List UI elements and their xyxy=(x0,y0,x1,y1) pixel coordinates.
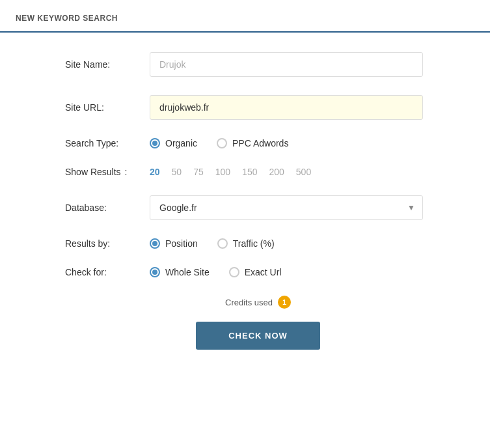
show-results-row: Show Results : 20 50 75 100 150 200 500 xyxy=(65,167,451,177)
site-url-control xyxy=(150,95,423,120)
check-now-wrap: CHECK NOW xyxy=(65,322,451,350)
search-type-organic[interactable]: Organic xyxy=(150,138,197,148)
database-select[interactable]: Google.fr Google.com Google.co.uk xyxy=(150,195,423,220)
check-for-label: Check for: xyxy=(65,267,150,277)
database-row: Database: Google.fr Google.com Google.co… xyxy=(65,195,451,220)
search-type-organic-label: Organic xyxy=(165,138,197,148)
check-for-radio-group: Whole Site Exact Url xyxy=(150,267,423,277)
check-for-row: Check for: Whole Site Exact Url xyxy=(65,267,451,277)
search-type-ppc-label: PPC Adwords xyxy=(232,138,288,148)
search-type-radio-group: Organic PPC Adwords xyxy=(150,138,423,148)
results-by-label: Results by: xyxy=(65,238,150,249)
check-for-whole-site-label: Whole Site xyxy=(165,267,210,277)
search-type-row: Search Type: Organic PPC Adwords xyxy=(65,138,451,148)
site-name-row: Site Name: xyxy=(65,52,451,77)
site-name-label: Site Name: xyxy=(65,59,150,70)
page-header: NEW KEYWORD SEARCH xyxy=(0,0,490,33)
search-type-ppc[interactable]: PPC Adwords xyxy=(217,138,288,148)
results-by-traffic[interactable]: Traffic (%) xyxy=(217,238,275,249)
site-name-input[interactable] xyxy=(150,52,423,77)
database-control: Google.fr Google.com Google.co.uk ▼ xyxy=(150,195,423,220)
results-by-row: Results by: Position Traffic (%) xyxy=(65,238,451,249)
check-for-exact-url-radio[interactable] xyxy=(229,267,239,277)
form-container: Site Name: Site URL: Search Type: Organi… xyxy=(0,33,490,369)
result-num-100[interactable]: 100 xyxy=(215,167,230,177)
results-by-control: Position Traffic (%) xyxy=(150,238,423,249)
search-type-control: Organic PPC Adwords xyxy=(150,138,423,148)
site-name-control xyxy=(150,52,423,77)
results-by-position[interactable]: Position xyxy=(150,238,198,249)
result-num-200[interactable]: 200 xyxy=(269,167,284,177)
result-num-50[interactable]: 50 xyxy=(172,167,182,177)
results-by-traffic-radio[interactable] xyxy=(217,238,228,249)
check-for-exact-url-label: Exact Url xyxy=(245,267,282,277)
search-type-label: Search Type: xyxy=(65,138,150,148)
results-by-position-radio[interactable] xyxy=(150,238,160,249)
search-type-ppc-radio[interactable] xyxy=(217,138,227,148)
result-num-150[interactable]: 150 xyxy=(242,167,257,177)
show-results-label-wrap: Show Results : xyxy=(65,167,150,177)
check-for-whole-site-radio[interactable] xyxy=(150,267,160,277)
show-results-label: Show Results xyxy=(65,167,121,177)
database-select-wrapper: Google.fr Google.com Google.co.uk ▼ xyxy=(150,195,423,220)
result-num-500[interactable]: 500 xyxy=(296,167,311,177)
show-results-colon: : xyxy=(125,167,128,177)
credits-row: Credits used 1 xyxy=(65,296,451,309)
result-num-75[interactable]: 75 xyxy=(193,167,204,177)
results-by-position-label: Position xyxy=(165,238,198,249)
site-url-input[interactable] xyxy=(150,95,423,120)
check-for-whole-site[interactable]: Whole Site xyxy=(150,267,210,277)
result-num-20[interactable]: 20 xyxy=(150,167,160,177)
site-url-label: Site URL: xyxy=(65,102,150,113)
check-now-button[interactable]: CHECK NOW xyxy=(196,322,320,350)
site-url-row: Site URL: xyxy=(65,95,451,120)
check-for-control: Whole Site Exact Url xyxy=(150,267,423,277)
credits-label: Credits used xyxy=(225,298,273,307)
credits-badge: 1 xyxy=(278,296,291,309)
search-type-organic-radio[interactable] xyxy=(150,138,160,148)
results-by-radio-group: Position Traffic (%) xyxy=(150,238,423,249)
results-by-traffic-label: Traffic (%) xyxy=(233,238,275,249)
database-label: Database: xyxy=(65,203,150,213)
page-title: NEW KEYWORD SEARCH xyxy=(16,14,118,23)
check-for-exact-url[interactable]: Exact Url xyxy=(229,267,282,277)
results-numbers: 20 50 75 100 150 200 500 xyxy=(150,167,311,177)
